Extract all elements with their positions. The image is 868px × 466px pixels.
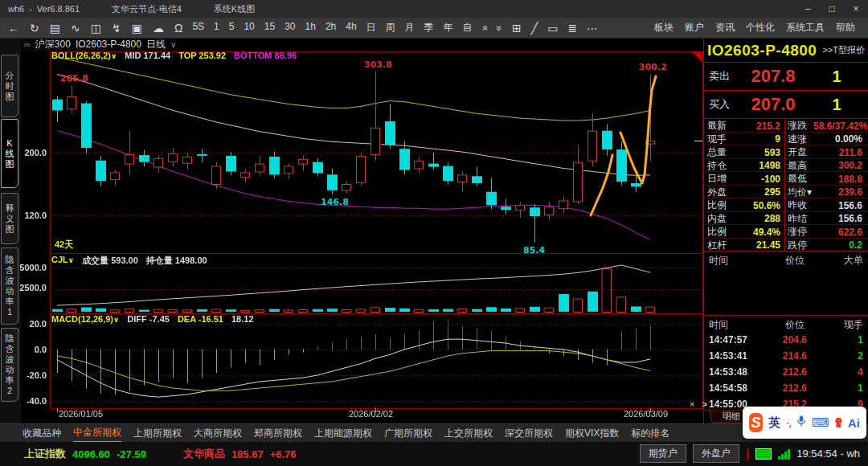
trade-row[interactable]: 14:54:58212.61 bbox=[704, 380, 868, 396]
draw-line-icon[interactable]: ╱ bbox=[531, 22, 538, 34]
sidebar-tab-K线图[interactable]: K线图 bbox=[1, 119, 18, 188]
period-button-4h[interactable]: 4h bbox=[346, 21, 356, 35]
ask-price: 207.8 bbox=[741, 66, 805, 87]
trade-row[interactable]: 14:53:41214.62 bbox=[704, 348, 868, 364]
toolbar-periods: 5S151015301h2h4h日周月季年自 bbox=[192, 21, 472, 35]
col-time: 时间 bbox=[709, 318, 759, 332]
title-separator: - bbox=[29, 4, 32, 14]
close-button[interactable]: × bbox=[844, 0, 868, 18]
exchange-tab-郑商所期权[interactable]: 郑商所期权 bbox=[254, 425, 302, 442]
link-icon[interactable]: ∞ bbox=[24, 39, 31, 49]
exchange-tab-深交所期权[interactable]: 深交所期权 bbox=[505, 425, 553, 442]
add-indicator-icon[interactable]: ⊞ bbox=[512, 22, 522, 34]
macd-indicator-header: MACD(12,26,9)∨ DIFF -7.45 DEA -16.51 18.… bbox=[51, 314, 254, 324]
bid-row[interactable]: 买入 207.0 1 bbox=[704, 90, 868, 118]
axis-label: -20.0 bbox=[19, 370, 47, 380]
quote-field-value: 622.6 bbox=[813, 227, 866, 238]
skin-icon[interactable] bbox=[835, 418, 842, 427]
wenhua-commodity-label[interactable]: 文华商品 bbox=[183, 447, 225, 461]
trend-line-icon[interactable]: ∿ bbox=[71, 22, 80, 34]
period-button-2h[interactable]: 2h bbox=[326, 21, 336, 35]
period-button-年[interactable]: 年 bbox=[444, 21, 453, 35]
period-button-季[interactable]: 季 bbox=[424, 21, 434, 35]
back-icon[interactable]: ← bbox=[8, 22, 19, 34]
cloud-sync-icon[interactable]: ☁ bbox=[153, 22, 164, 34]
overlay-icon[interactable]: ≣ bbox=[567, 22, 577, 34]
menu-系统工具[interactable]: 系统工具 bbox=[786, 21, 825, 35]
kline-canvas[interactable] bbox=[21, 50, 703, 419]
boll-indicator-header: BOLL(26,26,2)∨ MID 171.44 TOP 253.92 BOT… bbox=[51, 51, 297, 60]
refresh-icon[interactable]: ↻ bbox=[30, 22, 39, 34]
boll-name[interactable]: BOLL(26,26,2)∨ bbox=[51, 51, 117, 60]
exchange-tab-标的排名[interactable]: 标的排名 bbox=[631, 425, 669, 442]
market-monitor-icon[interactable] bbox=[755, 448, 772, 460]
cjl-name[interactable]: CJL∨ bbox=[51, 255, 74, 267]
exchange-tab-大商所期权[interactable]: 大商所期权 bbox=[194, 425, 242, 442]
trade-price: 204.6 bbox=[759, 334, 831, 345]
period-selector[interactable]: 日线 bbox=[146, 38, 166, 51]
sidebar-tab-分时图[interactable]: 分时图 bbox=[1, 55, 18, 117]
ime-ai-button[interactable]: Ai bbox=[848, 416, 860, 430]
sogou-logo-icon[interactable]: S bbox=[749, 413, 763, 432]
period-button-日[interactable]: 日 bbox=[366, 21, 376, 35]
sidebar-tab-label: 释义图 bbox=[5, 203, 15, 235]
period-button-1[interactable]: 1 bbox=[214, 21, 219, 35]
futures-account-button[interactable]: 期货户 bbox=[640, 444, 686, 463]
period-button-15[interactable]: 15 bbox=[264, 21, 275, 35]
exchange-tab-上交所期权[interactable]: 上交所期权 bbox=[444, 425, 493, 442]
macd-name[interactable]: MACD(12,26,9)∨ bbox=[51, 314, 119, 324]
exchange-tab-中金所期权[interactable]: 中金所期权 bbox=[73, 424, 121, 443]
exchange-tab-收藏品种[interactable]: 收藏品种 bbox=[23, 425, 61, 442]
sidebar-tab-隐含波动率1[interactable]: 隐含波动率1 bbox=[1, 247, 18, 325]
ask-row[interactable]: 卖出 207.8 1 bbox=[704, 62, 868, 90]
candlestick-icon[interactable]: ◫ bbox=[91, 22, 101, 34]
period-button-月[interactable]: 月 bbox=[405, 21, 415, 35]
exchange-tab-广期所期权[interactable]: 广期所期权 bbox=[384, 425, 432, 442]
axis-label: 2500.0 bbox=[19, 283, 47, 292]
quote-field-label: 持仓 bbox=[704, 159, 735, 173]
minimize-button[interactable]: – bbox=[796, 0, 820, 18]
menu-帮助[interactable]: 帮助 bbox=[836, 21, 855, 35]
menu-板块[interactable]: 板块 bbox=[654, 21, 674, 35]
period-button-30[interactable]: 30 bbox=[285, 21, 295, 35]
sidebar-tab-label: 隐含波动率2 bbox=[5, 333, 15, 396]
trade-row[interactable]: 14:53:48212.64 bbox=[704, 364, 868, 380]
tick-chart-icon[interactable]: ↯ bbox=[112, 22, 121, 34]
ime-punctuation-toggle[interactable]: ·, bbox=[786, 417, 791, 429]
period-button-周[interactable]: 周 bbox=[386, 21, 395, 35]
keyboard-icon[interactable]: ⌨ bbox=[812, 415, 829, 430]
exchange-tab-期权VIX指数[interactable]: 期权VIX指数 bbox=[565, 425, 619, 442]
t-quote-link[interactable]: >>T型报价 bbox=[822, 44, 865, 56]
more-tools-icon[interactable]: ⋯ bbox=[587, 22, 598, 34]
boll-top-value: TOP 253.92 bbox=[178, 51, 226, 60]
col-price: 价位 bbox=[759, 318, 831, 332]
ime-language-toggle[interactable]: 英 bbox=[768, 415, 780, 431]
sidebar-tab-释义图[interactable]: 释义图 bbox=[1, 193, 18, 244]
indicator-box-icon[interactable]: ▣ bbox=[132, 22, 142, 34]
macd-bar-value: 18.12 bbox=[231, 314, 254, 324]
exchange-tab-上期能源期权[interactable]: 上期能源期权 bbox=[314, 425, 372, 442]
foreign-account-button[interactable]: 外盘户 bbox=[693, 444, 739, 463]
menu-账户[interactable]: 账户 bbox=[685, 21, 704, 35]
maximize-button[interactable]: □ bbox=[820, 0, 844, 18]
period-button-自[interactable]: 自 bbox=[463, 21, 473, 35]
trade-row[interactable]: 14:47:57204.61 bbox=[704, 332, 868, 348]
quote-field-value: 593 bbox=[735, 147, 784, 158]
period-button-5S[interactable]: 5S bbox=[192, 21, 204, 35]
days-remaining-label: 42天 bbox=[55, 239, 73, 251]
menu-个性化[interactable]: 个性化 bbox=[746, 21, 775, 35]
period-button-1h[interactable]: 1h bbox=[305, 21, 316, 35]
menu-资讯[interactable]: 资讯 bbox=[715, 21, 735, 35]
microphone-icon[interactable] bbox=[796, 415, 806, 431]
expand-panes-icon[interactable]: » bbox=[494, 25, 506, 31]
sidebar-tab-隐含波动率2[interactable]: 隐含波动率2 bbox=[1, 328, 18, 402]
period-button-10[interactable]: 10 bbox=[244, 21, 254, 35]
rect-tool-icon[interactable]: ▭ bbox=[547, 22, 558, 34]
period-button-5[interactable]: 5 bbox=[229, 21, 235, 35]
collapse-panes-icon[interactable]: » bbox=[479, 25, 490, 31]
quote-list-icon[interactable]: ▤ bbox=[50, 22, 60, 34]
close-indicator-icon[interactable]: × bbox=[690, 399, 694, 409]
exchange-tab-上期所期权[interactable]: 上期所期权 bbox=[133, 425, 182, 442]
shanghai-index-label[interactable]: 上证指数 bbox=[24, 447, 66, 461]
alert-bell-icon[interactable]: Ω bbox=[174, 22, 182, 34]
